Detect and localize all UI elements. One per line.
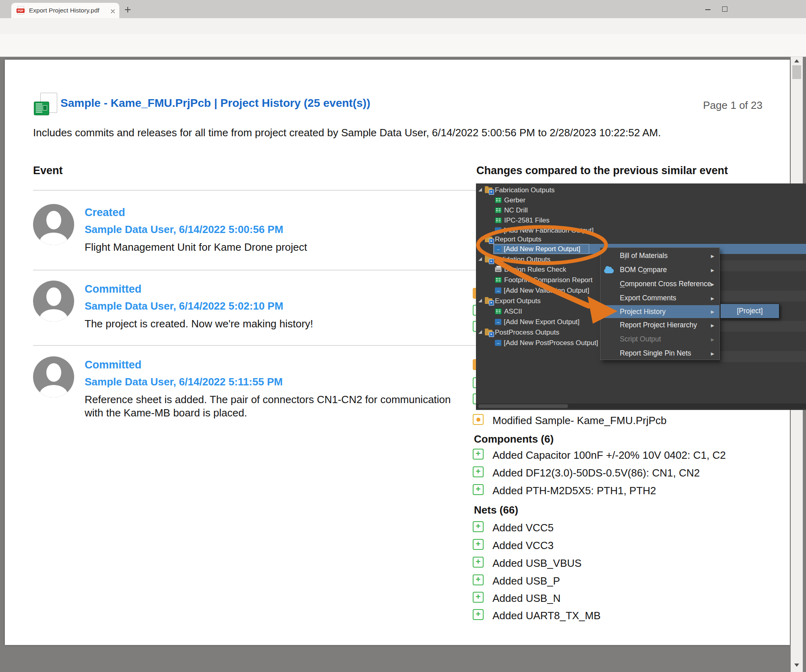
document-intro: Includes commits and releases for all ti… (33, 127, 742, 139)
report-printer-icon (495, 267, 502, 272)
pdf-favicon-icon: PDF (17, 6, 24, 15)
component-item: Added DF12(3.0)-50DS-0.5V(86): CN1, CN2 (492, 467, 700, 479)
expander-icon[interactable] (478, 188, 482, 191)
menu-item-script-output: Script Output (600, 332, 719, 346)
event-meta[interactable]: Sample Data User, 6/14/2022 5:11:55 PM (85, 376, 283, 388)
row-stripe (720, 260, 806, 271)
added-icon (473, 539, 484, 550)
scrollbar-thumb[interactable] (792, 65, 801, 79)
table-divider (33, 345, 476, 346)
added-icon (473, 484, 484, 495)
window-maximize-icon[interactable] (722, 6, 727, 12)
event-title[interactable]: Committed (85, 359, 141, 371)
window-minimize-icon[interactable] (705, 9, 710, 10)
submenu-arrow-icon (711, 309, 714, 314)
event-title[interactable]: Committed (85, 283, 141, 295)
add-new-icon (495, 246, 501, 252)
tab-close-icon[interactable] (110, 8, 115, 13)
submenu-arrow-icon (711, 351, 714, 356)
output-file-icon (495, 197, 502, 203)
scrollbar-down-icon[interactable] (794, 664, 799, 667)
expander-icon[interactable] (478, 330, 482, 334)
component-item: Added PTH-M2D5X5: PTH1, PTH2 (492, 485, 656, 497)
added-icon (473, 449, 484, 460)
column-header-event: Event (33, 164, 63, 177)
submenu-arrow-icon (711, 268, 714, 273)
component-item: Added Capacitor 100nF +/-20% 10V 0402: C… (492, 449, 726, 462)
modified-icon (473, 414, 484, 425)
nets-header: Nets (66) (474, 504, 518, 516)
menu-item-report-single-pin-nets[interactable]: Report Single Pin Nets (600, 346, 719, 360)
net-item: Added USB_VBUS (492, 557, 582, 570)
event-title[interactable]: Created (85, 206, 125, 219)
add-new-icon (495, 227, 501, 233)
submenu-arrow-icon (711, 337, 714, 342)
expander-icon[interactable] (478, 257, 482, 261)
menu-item-component-cross-reference[interactable]: Component Cross Reference (600, 277, 719, 291)
folder-icon (485, 330, 492, 335)
submenu-arrow-icon (711, 296, 714, 301)
submenu-arrow-icon (711, 254, 714, 258)
added-icon (473, 466, 484, 477)
new-tab-button[interactable] (125, 7, 131, 12)
user-avatar (33, 281, 74, 322)
added-icon (473, 574, 484, 585)
browser-window: PDF Export Project History.pdf File C:/U… (0, 0, 806, 672)
add-new-icon (495, 340, 501, 346)
net-item: Added VCC3 (492, 539, 554, 552)
scrollbar-up-icon[interactable] (794, 59, 799, 62)
output-file-icon (495, 308, 502, 314)
context-menu: Bill of Materials BOM Compare Component … (600, 248, 720, 360)
submenu-arrow-icon (711, 323, 714, 328)
output-file-icon (495, 207, 502, 213)
tab-title: Export Project History.pdf (29, 7, 106, 14)
cloud-icon (604, 268, 614, 273)
tree-item-report-outputs[interactable]: Report Outputs (476, 234, 661, 244)
horizontal-scrollbar-thumb[interactable] (478, 404, 568, 408)
output-file-icon (495, 277, 502, 283)
net-item: Added UART8_TX_MB (492, 610, 600, 622)
added-icon (473, 557, 484, 568)
menu-item-project-history[interactable]: Project History (600, 305, 719, 318)
added-icon (473, 609, 484, 620)
components-header: Components (6) (474, 433, 554, 445)
page-indicator: Page 1 of 23 (685, 99, 762, 112)
tree-item-gerber[interactable]: Gerber (476, 195, 661, 205)
modified-item: Modified Sample- Kame_FMU.PrjPcb (492, 414, 667, 427)
add-new-icon (495, 319, 501, 325)
table-divider (33, 270, 476, 270)
added-icon (473, 521, 484, 532)
menu-item-report-project-hierarchy[interactable]: Report Project Hierarchy (600, 318, 719, 332)
folder-icon (485, 298, 492, 304)
event-meta[interactable]: Sample Data User, 6/14/2022 5:02:10 PM (85, 300, 283, 312)
tree-item-ipc2581[interactable]: IPC-2581 Files (476, 215, 661, 225)
event-meta[interactable]: Sample Data User, 6/14/2022 5:00:56 PM (85, 223, 283, 236)
row-stripe (720, 351, 806, 362)
pdf-toolbar: of 23 Page view Read aloud Add text Draw… (0, 34, 806, 57)
menu-item-bill-of-materials[interactable]: Bill of Materials (600, 249, 719, 263)
net-item: Added USB_P (492, 575, 560, 587)
menu-item-bom-compare[interactable]: BOM Compare (600, 263, 719, 277)
event-description: Reference sheet is added. The pair of co… (85, 393, 472, 420)
document-title[interactable]: Sample - Kame_FMU.PrjPcb | Project Histo… (60, 97, 370, 110)
project-document-icon (34, 93, 58, 116)
row-stripe (720, 321, 806, 332)
expander-icon[interactable] (478, 237, 482, 241)
folder-icon (485, 257, 492, 262)
folder-icon (485, 237, 492, 242)
column-header-changes: Changes compared to the previous similar… (476, 164, 728, 177)
add-new-icon (495, 287, 501, 293)
address-bar: File C:/Users/renata.lang/Desktop/Export… (0, 18, 806, 34)
net-item: Added VCC5 (492, 522, 554, 534)
browser-tab[interactable]: PDF Export Project History.pdf (11, 3, 119, 18)
output-file-icon (495, 217, 502, 223)
expander-icon[interactable] (478, 299, 482, 302)
row-stripe (720, 291, 806, 302)
submenu-item-project[interactable]: [Project] (720, 304, 779, 318)
tree-item-fabrication-outputs[interactable]: Fabrication Outputs (476, 185, 661, 195)
user-avatar (33, 204, 74, 245)
event-description: The project is created. Now we're making… (85, 317, 472, 331)
menu-item-export-comments[interactable]: Export Comments (600, 291, 719, 305)
outputs-panel-screenshot: Fabrication Outputs Gerber NC Drill IPC-… (476, 183, 806, 410)
tree-item-nc-drill[interactable]: NC Drill (476, 205, 661, 215)
